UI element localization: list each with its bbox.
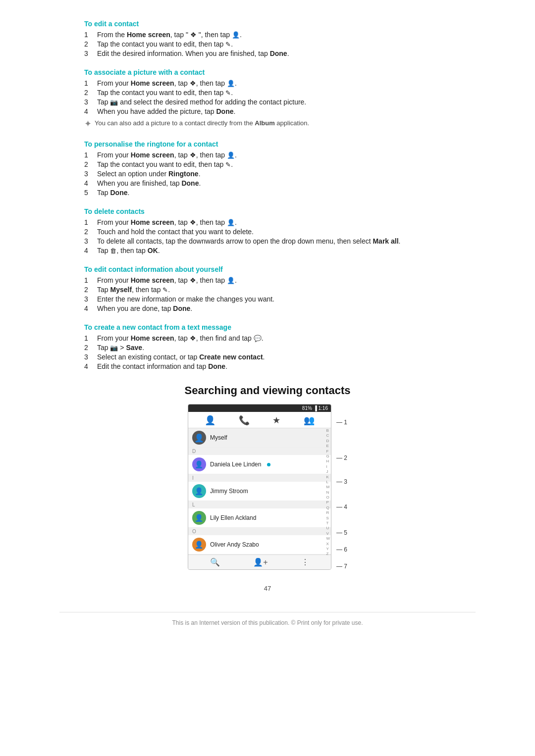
- search-bottom-icon[interactable]: 🔍: [210, 557, 220, 567]
- page-number: 47: [59, 585, 476, 592]
- step-text: From your Home screen, tap ❖, then tap 👤…: [97, 79, 476, 87]
- step-number: 2: [84, 344, 93, 352]
- step-text: When you have added the picture, tap Don…: [97, 107, 476, 115]
- step-text: Tap the contact you want to edit, then t…: [97, 89, 476, 97]
- section-letter-l: L: [188, 501, 331, 508]
- section-letter-d: D: [188, 448, 331, 455]
- step-number: 5: [84, 189, 93, 197]
- step-number: 2: [84, 286, 93, 294]
- step-item: 1 From your Home screen, tap ❖, then tap…: [84, 79, 476, 87]
- step-number: 3: [84, 170, 93, 178]
- side-alphabet: BCDEFGHIJKLMNOPQRSTUVWXYZ: [326, 428, 330, 557]
- section-letter-i: I: [188, 474, 331, 482]
- step-text: When you are done, tap Done.: [97, 304, 476, 312]
- section-create-from-text: To create a new contact from a text mess…: [59, 323, 476, 370]
- step-item: 3 To delete all contacts, tap the downwa…: [84, 237, 476, 245]
- step-list-delete-contacts: 1 From your Home screen, tap ❖, then tap…: [84, 218, 476, 254]
- recent-tab-icon[interactable]: 📞: [239, 415, 250, 426]
- contact-name-daniela: Daniela Lee Linden: [210, 461, 261, 468]
- step-text: Tap the contact you want to edit, then t…: [97, 40, 476, 48]
- step-number: 1: [84, 334, 93, 342]
- step-item: 2 Tap the contact you want to edit, then…: [84, 89, 476, 97]
- contact-row-lily[interactable]: 👤 Lily Ellen Ackland: [188, 508, 331, 528]
- step-number: 1: [84, 79, 93, 87]
- contact-name-oliver: Oliver Andy Szabo: [210, 541, 259, 548]
- section-delete-contacts: To delete contacts 1 From your Home scre…: [59, 207, 476, 254]
- step-text: Edit the contact information and tap Don…: [97, 362, 476, 370]
- phone-top-icons: 👤 📞 ★ 👥: [188, 412, 331, 428]
- tip-text: You can also add a picture to a contact …: [95, 119, 309, 127]
- step-number: 3: [84, 98, 93, 106]
- tip-icon: ✦: [84, 118, 92, 129]
- step-number: 1: [84, 31, 93, 39]
- step-number: 2: [84, 40, 93, 48]
- step-text: Tap 🗑, then tap OK.: [97, 247, 476, 254]
- step-number: 2: [84, 228, 93, 236]
- step-number: 4: [84, 179, 93, 187]
- myself-row[interactable]: 👤 Myself: [188, 428, 331, 448]
- myself-avatar: 👤: [192, 431, 206, 445]
- step-item: 3 Select an existing contact, or tap Cre…: [84, 353, 476, 361]
- step-number: 4: [84, 304, 93, 312]
- step-text: From your Home screen, tap ❖, then tap 👤…: [97, 218, 476, 226]
- avatar-oliver: 👤: [192, 538, 206, 552]
- step-item: 2 Tap Myself, then tap ✎.: [84, 286, 476, 294]
- step-item: 5 Tap Done.: [84, 189, 476, 197]
- tip-row: ✦ You can also add a picture to a contac…: [84, 119, 476, 129]
- section-letter-o: O: [188, 528, 331, 535]
- step-number: 2: [84, 89, 93, 97]
- section-associate-picture: To associate a picture with a contact 1 …: [59, 68, 476, 129]
- section-edit-contact: To edit a contact 1 From the Home screen…: [59, 20, 476, 57]
- step-text: Select an existing contact, or tap Creat…: [97, 353, 476, 361]
- contact-dot-daniela: [267, 463, 270, 466]
- step-text: Enter the new information or make the ch…: [97, 295, 476, 303]
- more-bottom-icon[interactable]: ⋮: [301, 557, 309, 567]
- step-number: 4: [84, 362, 93, 370]
- step-number: 1: [84, 276, 93, 284]
- step-item: 1 From your Home screen, tap ❖, then fin…: [84, 334, 476, 342]
- section-title-edit-yourself: To edit contact information about yourse…: [84, 265, 476, 273]
- add-contact-bottom-icon[interactable]: 👤+: [253, 557, 268, 567]
- step-number: 4: [84, 107, 93, 115]
- favorites-tab-icon[interactable]: ★: [272, 415, 280, 426]
- step-item: 4 When you are finished, tap Done.: [84, 179, 476, 187]
- section-title-edit-contact: To edit a contact: [84, 20, 476, 28]
- section-edit-yourself: To edit contact information about yourse…: [59, 265, 476, 312]
- step-text: To delete all contacts, tap the downward…: [97, 237, 476, 245]
- section-title-associate-picture: To associate a picture with a contact: [84, 68, 476, 76]
- step-number: 3: [84, 237, 93, 245]
- contacts-tab-icon[interactable]: 👤: [205, 415, 215, 426]
- step-item: 3 Tap 📷 and select the desired method fo…: [84, 98, 476, 106]
- myself-name: Myself: [210, 434, 227, 441]
- step-item: 1 From the Home screen, tap " ❖ ", then …: [84, 31, 476, 39]
- avatar-jimmy: 👤: [192, 484, 206, 498]
- contact-row-oliver[interactable]: 👤 Oliver Andy Szabo: [188, 535, 331, 554]
- groups-tab-icon[interactable]: 👥: [304, 415, 315, 426]
- step-item: 2 Tap the contact you want to edit, then…: [84, 40, 476, 48]
- step-item: 4 Edit the contact information and tap D…: [84, 362, 476, 370]
- phone-mockup-wrapper: 81% ▐ 1:16 👤 📞 ★ 👥 👤 Myself: [59, 404, 476, 570]
- step-text: Tap 📷 and select the desired method for …: [97, 98, 476, 106]
- step-number: 2: [84, 160, 93, 168]
- step-list-create-from-text: 1 From your Home screen, tap ❖, then fin…: [84, 334, 476, 370]
- step-item: 1 From your Home screen, tap ❖, then tap…: [84, 276, 476, 284]
- step-item: 2 Tap the contact you want to edit, then…: [84, 160, 476, 168]
- status-text: 81% ▐ 1:16: [302, 405, 328, 411]
- step-number: 3: [84, 353, 93, 361]
- section-title-create-from-text: To create a new contact from a text mess…: [84, 323, 476, 331]
- step-item: 4 Tap 🗑, then tap OK.: [84, 247, 476, 254]
- contact-row-jimmy[interactable]: 👤 Jimmy Stroom: [188, 482, 331, 501]
- step-text: From your Home screen, tap ❖, then find …: [97, 334, 476, 342]
- step-item: 1 From your Home screen, tap ❖, then tap…: [84, 218, 476, 226]
- step-number: 4: [84, 247, 93, 254]
- step-item: 3 Edit the desired information. When you…: [84, 50, 476, 57]
- step-text: Select an option under Ringtone.: [97, 170, 476, 178]
- contact-row-daniela[interactable]: 👤 Daniela Lee Linden: [188, 455, 331, 474]
- step-text: Tap 📷 > Save.: [97, 344, 476, 352]
- step-number: 1: [84, 218, 93, 226]
- phone-bottom-bar: 🔍 👤+ ⋮: [188, 554, 331, 569]
- step-text: From the Home screen, tap " ❖ ", then ta…: [97, 31, 476, 39]
- searching-section-title: Searching and viewing contacts: [59, 384, 476, 397]
- page-footer: This is an Internet version of this publ…: [59, 612, 476, 626]
- step-list-edit-yourself: 1 From your Home screen, tap ❖, then tap…: [84, 276, 476, 312]
